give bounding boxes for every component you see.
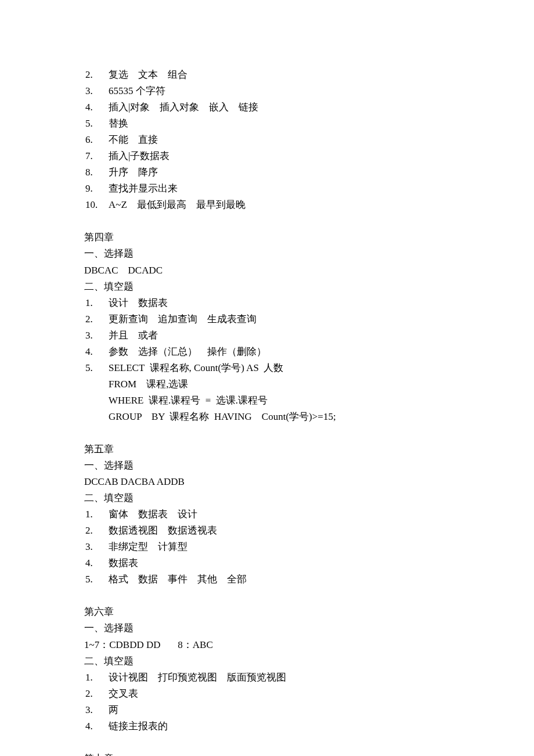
- fill-item: 6.不能 直接: [84, 132, 450, 148]
- fill-item: 1.设计视图 打印预览视图 版面预览视图: [84, 669, 450, 686]
- item-number: 9.: [84, 181, 109, 197]
- item-number: 3.: [84, 539, 109, 555]
- fill-item: 2.交叉表: [84, 686, 450, 702]
- chapter-title: 第六章: [84, 604, 450, 620]
- sql-line: WHERE 课程.课程号 = 选课.课程号: [84, 393, 450, 409]
- fill-item: 2.复选 文本 组合: [84, 67, 450, 83]
- item-number: 10.: [84, 197, 109, 213]
- fill-item: 5.替换: [84, 116, 450, 132]
- item-number: 1.: [84, 669, 109, 686]
- item-number: 3.: [84, 702, 109, 718]
- item-number: 4.: [84, 718, 109, 735]
- item-text: 更新查询 追加查询 生成表查询: [109, 311, 257, 327]
- item-text: 插入|对象 插入对象 嵌入 链接: [109, 99, 258, 116]
- choice-header: 一、选择题: [84, 620, 450, 636]
- item-number: 5.: [84, 360, 109, 376]
- item-text: 交叉表: [109, 686, 138, 702]
- choice-header: 一、选择题: [84, 458, 450, 474]
- item-number: 1.: [84, 295, 109, 311]
- sql-line: FROM 课程,选课: [84, 376, 450, 393]
- fill-item: 1.窗体 数据表 设计: [84, 506, 450, 523]
- item-number: 4.: [84, 344, 109, 360]
- item-text: 设计 数据表: [109, 295, 168, 311]
- sql-line: GROUP BY 课程名称 HAVING Count(学号)>=15;: [84, 409, 450, 425]
- fill-item: 5.SELECT 课程名称, Count(学号) AS 人数: [84, 360, 450, 376]
- fill-item: 10.A~Z 最低到最高 最早到最晚: [84, 197, 450, 213]
- fill-item: 7.插入|子数据表: [84, 148, 450, 164]
- item-text: A~Z 最低到最高 最早到最晚: [109, 197, 246, 213]
- item-text: 数据表: [109, 555, 138, 571]
- item-text: 查找并显示出来: [109, 181, 178, 197]
- fill-item: 2.更新查询 追加查询 生成表查询: [84, 311, 450, 327]
- item-text: 设计视图 打印预览视图 版面预览视图: [109, 669, 286, 686]
- fill-item: 3.两: [84, 702, 450, 718]
- item-number: 5.: [84, 116, 109, 132]
- fill-item: 3.并且 或者: [84, 327, 450, 344]
- item-text: 不能 直接: [109, 132, 158, 148]
- item-number: 3.: [84, 83, 109, 99]
- fill-item: 4.数据表: [84, 555, 450, 571]
- item-number: 3.: [84, 327, 109, 344]
- item-text: 复选 文本 组合: [109, 67, 187, 83]
- item-text: 65535 个字符: [109, 83, 165, 99]
- chapter-title: 第七章: [84, 751, 450, 756]
- fill-header: 二、填空题: [84, 653, 450, 669]
- item-number: 2.: [84, 67, 109, 83]
- item-number: 2.: [84, 311, 109, 327]
- fill-item: 4.插入|对象 插入对象 嵌入 链接: [84, 99, 450, 116]
- item-number: 4.: [84, 99, 109, 116]
- chapter5-section: 第五章 一、选择题 DCCAB DACBA ADDB 二、填空题 1.窗体 数据…: [84, 441, 450, 588]
- chapter6-section: 第六章 一、选择题 1~7：CDBDD DD 8：ABC 二、填空题 1.设计视…: [84, 604, 450, 734]
- item-text: 参数 选择（汇总） 操作（删除）: [109, 344, 266, 360]
- fill-item: 9.查找并显示出来: [84, 181, 450, 197]
- fill-item: 4.链接主报表的: [84, 718, 450, 735]
- item-number: 6.: [84, 132, 109, 148]
- choice-answers: 1~7：CDBDD DD 8：ABC: [84, 637, 450, 653]
- choice-answers: DBCAC DCADC: [84, 262, 450, 279]
- item-text: 格式 数据 事件 其他 全部: [109, 571, 247, 588]
- fill-item: 2.数据透视图 数据透视表: [84, 523, 450, 539]
- choice-header: 一、选择题: [84, 246, 450, 262]
- fill-item: 3.非绑定型 计算型: [84, 539, 450, 555]
- item-number: 2.: [84, 523, 109, 539]
- item-number: 5.: [84, 571, 109, 588]
- chapter7-section: 第七章 一、选择题: [84, 751, 450, 756]
- item-number: 2.: [84, 686, 109, 702]
- fill-item: 5.格式 数据 事件 其他 全部: [84, 571, 450, 588]
- fill-item: 4.参数 选择（汇总） 操作（删除）: [84, 344, 450, 360]
- item-text: 数据透视图 数据透视表: [109, 523, 217, 539]
- item-text: 替换: [109, 116, 128, 132]
- fill-header: 二、填空题: [84, 279, 450, 295]
- fill-header: 二、填空题: [84, 490, 450, 506]
- item-text: 插入|子数据表: [109, 148, 169, 164]
- chapter-title: 第五章: [84, 441, 450, 458]
- item-text: SELECT 课程名称, Count(学号) AS 人数: [109, 360, 283, 376]
- item-number: 4.: [84, 555, 109, 571]
- item-text: 两: [109, 702, 118, 718]
- item-number: 7.: [84, 148, 109, 164]
- item-number: 8.: [84, 164, 109, 181]
- item-number: 1.: [84, 506, 109, 523]
- item-text: 并且 或者: [109, 327, 158, 344]
- fill-item: 3.65535 个字符: [84, 83, 450, 99]
- choice-answers: DCCAB DACBA ADDB: [84, 474, 450, 490]
- fill-item: 8.升序 降序: [84, 164, 450, 181]
- chapter3-fill-section: 2.复选 文本 组合 3.65535 个字符 4.插入|对象 插入对象 嵌入 链…: [84, 67, 450, 213]
- chapter-title: 第四章: [84, 229, 450, 246]
- item-text: 窗体 数据表 设计: [109, 506, 197, 523]
- chapter4-section: 第四章 一、选择题 DBCAC DCADC 二、填空题 1.设计 数据表 2.更…: [84, 229, 450, 425]
- item-text: 升序 降序: [109, 164, 158, 181]
- item-text: 链接主报表的: [109, 718, 168, 735]
- item-text: 非绑定型 计算型: [109, 539, 187, 555]
- fill-item: 1.设计 数据表: [84, 295, 450, 311]
